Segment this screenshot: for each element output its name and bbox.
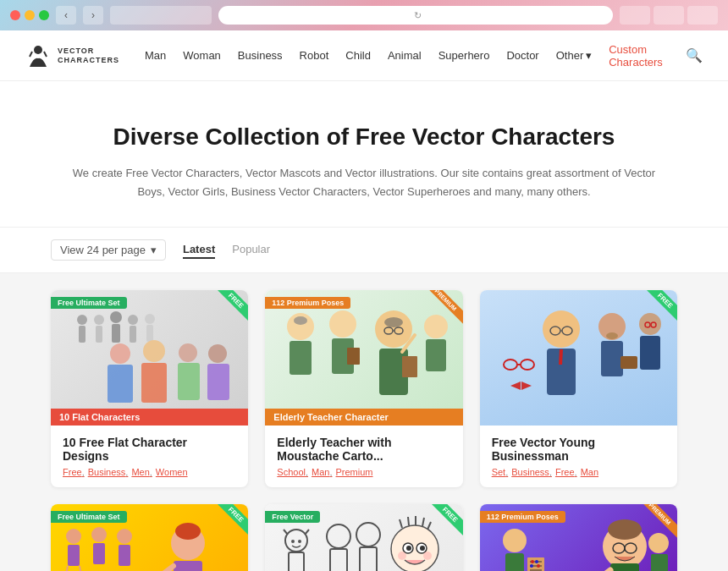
nav-item-man[interactable]: Man bbox=[145, 49, 166, 62]
svg-point-62 bbox=[117, 529, 132, 544]
svg-point-107 bbox=[537, 564, 540, 568]
svg-point-11 bbox=[145, 314, 155, 324]
svg-rect-57 bbox=[68, 545, 80, 566]
browser-action-1[interactable] bbox=[620, 6, 650, 25]
svg-point-13 bbox=[110, 343, 130, 364]
cards-grid: Free Ultimate Set 10 Flat Characters FRE… bbox=[51, 290, 677, 571]
svg-rect-12 bbox=[146, 325, 153, 342]
card-body-flat: 10 Free Flat Character Designs Free Busi… bbox=[51, 426, 248, 487]
close-button[interactable] bbox=[10, 10, 20, 20]
card-young-businessman[interactable]: FREE Free Vector Young Businessman Set B… bbox=[480, 290, 677, 487]
svg-rect-66 bbox=[174, 561, 202, 571]
minimize-button[interactable] bbox=[25, 10, 35, 20]
card-flat-characters[interactable]: Free Ultimate Set 10 Flat Characters FRE… bbox=[51, 290, 248, 487]
card-tags-flat: Free Business Men Women bbox=[63, 467, 236, 477]
svg-rect-10 bbox=[130, 326, 136, 343]
address-bar[interactable]: ↻ bbox=[218, 6, 613, 25]
chevron-down-icon: ▾ bbox=[151, 244, 157, 256]
card-title-flat: 10 Free Flat Character Designs bbox=[63, 436, 236, 463]
filter-tab-popular[interactable]: Popular bbox=[232, 241, 270, 259]
card-badge-top-flat: Free Ultimate Set bbox=[51, 297, 127, 309]
browser-actions bbox=[620, 6, 718, 25]
card-basketball[interactable]: Free Ultimate Set Female Cartoon Basketb… bbox=[51, 504, 248, 571]
nav-item-superhero[interactable]: Superhero bbox=[438, 49, 490, 62]
svg-point-24 bbox=[329, 310, 356, 338]
svg-rect-6 bbox=[96, 326, 102, 343]
tag-school[interactable]: School bbox=[277, 467, 308, 477]
back-button[interactable]: ‹ bbox=[56, 6, 76, 25]
tag-men[interactable]: Men bbox=[131, 467, 152, 477]
filter-tab-latest[interactable]: Latest bbox=[183, 241, 215, 259]
svg-line-1 bbox=[30, 52, 32, 57]
browser-action-2[interactable] bbox=[654, 6, 684, 25]
svg-point-22 bbox=[294, 316, 307, 325]
card-elderly-teacher[interactable]: 112 Premium Poses Elderly Teacher Charac… bbox=[265, 290, 462, 487]
browser-action-3[interactable] bbox=[687, 6, 718, 25]
logo[interactable]: VECTOR CHARACTERS bbox=[25, 43, 119, 69]
per-page-select[interactable]: View 24 per page ▾ bbox=[51, 239, 166, 261]
tag-man[interactable]: Man bbox=[312, 467, 332, 477]
card-cartoon-teacher[interactable]: 112 Premium Poses Cartoon Teacher Charac… bbox=[480, 504, 677, 571]
nav-item-doctor[interactable]: Doctor bbox=[506, 49, 538, 62]
forward-button[interactable]: › bbox=[83, 6, 103, 25]
svg-rect-18 bbox=[178, 363, 200, 400]
tag-free[interactable]: Free bbox=[63, 467, 85, 477]
svg-point-93 bbox=[398, 552, 406, 560]
svg-point-52 bbox=[521, 360, 534, 370]
nav-item-custom[interactable]: Custom Characters bbox=[609, 43, 679, 69]
card-handdrawn-boy[interactable]: Free Vector Hand Drawn Vector Boy FREE F… bbox=[265, 504, 462, 571]
svg-point-9 bbox=[128, 315, 138, 325]
svg-line-84 bbox=[400, 519, 402, 528]
svg-point-71 bbox=[285, 530, 307, 552]
nav-item-woman[interactable]: Woman bbox=[183, 49, 221, 62]
svg-rect-100 bbox=[527, 557, 544, 571]
card-body-teacher: Elderly Teacher with Moustache Carto... … bbox=[265, 426, 462, 487]
tag-business[interactable]: Business bbox=[88, 467, 129, 477]
hero-description: We create Free Vector Characters, Vector… bbox=[68, 164, 660, 201]
browser-chrome: ‹ › ↻ bbox=[0, 0, 728, 30]
svg-point-37 bbox=[543, 310, 580, 348]
card-image-cartoon-teacher: 112 Premium Poses Cartoon Teacher Charac… bbox=[480, 504, 677, 571]
card-title-businessman: Free Vector Young Businessman bbox=[492, 436, 665, 463]
corner-badge-cartoon-teacher: PREMIUM bbox=[630, 504, 677, 552]
search-button[interactable]: 🔍 bbox=[686, 47, 703, 63]
tag-premium[interactable]: Premium bbox=[336, 467, 373, 477]
svg-point-78 bbox=[298, 540, 301, 543]
nav-item-animal[interactable]: Animal bbox=[388, 49, 422, 62]
svg-point-104 bbox=[531, 560, 534, 563]
svg-rect-8 bbox=[112, 324, 120, 343]
svg-rect-44 bbox=[601, 341, 623, 376]
filter-tabs: Latest Popular bbox=[183, 241, 270, 259]
svg-point-45 bbox=[606, 332, 618, 339]
svg-rect-117 bbox=[651, 554, 668, 571]
svg-rect-82 bbox=[360, 547, 377, 571]
svg-rect-80 bbox=[330, 549, 347, 571]
maximize-button[interactable] bbox=[39, 10, 49, 20]
svg-point-17 bbox=[179, 343, 197, 362]
svg-point-15 bbox=[143, 340, 165, 362]
tag-set[interactable]: Set bbox=[492, 467, 509, 477]
nav-links: Man Woman Business Robot Child Animal Su… bbox=[145, 43, 679, 69]
card-badge-top-handdrawn: Free Vector bbox=[265, 511, 320, 523]
nav-item-other[interactable]: Other ▾ bbox=[556, 49, 593, 62]
svg-rect-16 bbox=[141, 363, 167, 403]
svg-rect-23 bbox=[290, 341, 312, 375]
card-image-handdrawn: Free Vector Hand Drawn Vector Boy FREE bbox=[265, 504, 462, 571]
tag-business[interactable]: Business bbox=[511, 467, 552, 477]
tag-women[interactable]: Women bbox=[156, 467, 188, 477]
grid-section: Free Ultimate Set 10 Flat Characters FRE… bbox=[0, 273, 728, 571]
tag-man[interactable]: Man bbox=[581, 467, 598, 477]
svg-point-77 bbox=[291, 540, 295, 543]
refresh-icon[interactable]: ↻ bbox=[414, 10, 422, 21]
svg-line-85 bbox=[408, 517, 409, 525]
nav-item-business[interactable]: Business bbox=[238, 49, 283, 62]
svg-line-72 bbox=[284, 530, 288, 535]
logo-icon bbox=[25, 43, 51, 69]
nav-item-robot[interactable]: Robot bbox=[300, 49, 329, 62]
nav-item-child[interactable]: Child bbox=[345, 49, 371, 62]
card-body-businessman: Free Vector Young Businessman Set Busine… bbox=[480, 426, 677, 487]
svg-rect-63 bbox=[119, 545, 130, 566]
tag-free[interactable]: Free bbox=[555, 467, 577, 477]
per-page-label: View 24 per page bbox=[60, 244, 146, 256]
card-title-teacher: Elderly Teacher with Moustache Carto... bbox=[277, 436, 450, 463]
